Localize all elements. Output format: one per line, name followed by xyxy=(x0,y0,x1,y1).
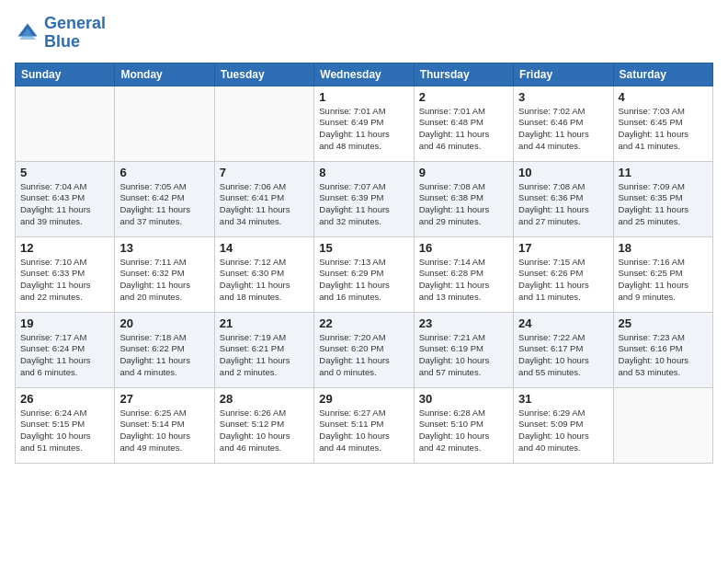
day-number: 15 xyxy=(319,241,408,255)
calendar-cell: 12Sunrise: 7:10 AM Sunset: 6:33 PM Dayli… xyxy=(16,236,115,312)
day-info: Sunrise: 7:20 AM Sunset: 6:20 PM Dayligh… xyxy=(319,332,408,379)
day-number: 9 xyxy=(419,166,508,179)
calendar-cell: 8Sunrise: 7:07 AM Sunset: 6:39 PM Daylig… xyxy=(314,161,414,236)
day-number: 30 xyxy=(419,392,508,406)
day-number: 26 xyxy=(20,392,109,406)
calendar-cell xyxy=(214,86,313,161)
day-number: 28 xyxy=(220,392,309,406)
day-number: 12 xyxy=(20,241,109,255)
day-number: 24 xyxy=(518,316,608,330)
day-info: Sunrise: 7:21 AM Sunset: 6:19 PM Dayligh… xyxy=(419,332,508,379)
calendar-cell: 31Sunrise: 6:29 AM Sunset: 5:09 PM Dayli… xyxy=(514,387,613,463)
day-info: Sunrise: 7:12 AM Sunset: 6:30 PM Dayligh… xyxy=(220,257,309,304)
calendar-cell: 22Sunrise: 7:20 AM Sunset: 6:20 PM Dayli… xyxy=(314,312,414,387)
day-info: Sunrise: 7:07 AM Sunset: 6:39 PM Dayligh… xyxy=(319,181,408,228)
weekday-header-sunday: Sunday xyxy=(16,63,115,86)
weekday-header-monday: Monday xyxy=(115,63,214,86)
day-number: 5 xyxy=(20,166,109,179)
calendar-cell: 23Sunrise: 7:21 AM Sunset: 6:19 PM Dayli… xyxy=(414,312,513,387)
day-number: 31 xyxy=(518,392,608,406)
day-info: Sunrise: 7:01 AM Sunset: 6:49 PM Dayligh… xyxy=(319,106,408,153)
day-info: Sunrise: 7:08 AM Sunset: 6:38 PM Dayligh… xyxy=(419,181,508,228)
day-number: 27 xyxy=(119,392,209,406)
calendar-cell: 17Sunrise: 7:15 AM Sunset: 6:26 PM Dayli… xyxy=(514,236,613,312)
day-number: 11 xyxy=(619,166,708,179)
day-number: 1 xyxy=(319,90,408,104)
page-header: General Blue xyxy=(15,15,713,52)
day-info: Sunrise: 7:22 AM Sunset: 6:17 PM Dayligh… xyxy=(518,332,608,379)
logo-icon xyxy=(15,20,40,46)
day-info: Sunrise: 6:25 AM Sunset: 5:14 PM Dayligh… xyxy=(119,408,209,454)
day-info: Sunrise: 7:13 AM Sunset: 6:29 PM Dayligh… xyxy=(319,257,408,304)
calendar-cell: 10Sunrise: 7:08 AM Sunset: 6:36 PM Dayli… xyxy=(514,161,613,236)
calendar-cell: 30Sunrise: 6:28 AM Sunset: 5:10 PM Dayli… xyxy=(414,387,513,463)
day-number: 18 xyxy=(619,241,708,255)
day-number: 4 xyxy=(619,90,708,104)
day-info: Sunrise: 7:09 AM Sunset: 6:35 PM Dayligh… xyxy=(619,181,708,228)
day-info: Sunrise: 7:08 AM Sunset: 6:36 PM Dayligh… xyxy=(518,181,608,228)
calendar-cell: 24Sunrise: 7:22 AM Sunset: 6:17 PM Dayli… xyxy=(514,312,613,387)
day-info: Sunrise: 6:24 AM Sunset: 5:15 PM Dayligh… xyxy=(20,408,109,454)
calendar-cell: 16Sunrise: 7:14 AM Sunset: 6:28 PM Dayli… xyxy=(414,236,513,312)
day-info: Sunrise: 7:19 AM Sunset: 6:21 PM Dayligh… xyxy=(220,332,309,379)
day-number: 14 xyxy=(220,241,309,255)
logo: General Blue xyxy=(15,15,106,52)
day-number: 10 xyxy=(518,166,608,179)
calendar-cell: 9Sunrise: 7:08 AM Sunset: 6:38 PM Daylig… xyxy=(414,161,513,236)
calendar-cell: 20Sunrise: 7:18 AM Sunset: 6:22 PM Dayli… xyxy=(115,312,214,387)
weekday-header-friday: Friday xyxy=(514,63,613,86)
day-info: Sunrise: 6:29 AM Sunset: 5:09 PM Dayligh… xyxy=(518,408,608,454)
day-number: 16 xyxy=(419,241,508,255)
day-info: Sunrise: 7:04 AM Sunset: 6:43 PM Dayligh… xyxy=(20,181,109,228)
weekday-header-thursday: Thursday xyxy=(414,63,513,86)
day-info: Sunrise: 7:06 AM Sunset: 6:41 PM Dayligh… xyxy=(220,181,309,228)
calendar-cell xyxy=(16,86,115,161)
day-number: 6 xyxy=(119,166,209,179)
calendar-cell xyxy=(613,387,712,463)
calendar-cell: 7Sunrise: 7:06 AM Sunset: 6:41 PM Daylig… xyxy=(214,161,313,236)
weekday-header-saturday: Saturday xyxy=(613,63,712,86)
day-info: Sunrise: 7:17 AM Sunset: 6:24 PM Dayligh… xyxy=(20,332,109,379)
calendar-cell: 19Sunrise: 7:17 AM Sunset: 6:24 PM Dayli… xyxy=(16,312,115,387)
day-info: Sunrise: 7:01 AM Sunset: 6:48 PM Dayligh… xyxy=(419,106,508,153)
weekday-header-tuesday: Tuesday xyxy=(214,63,313,86)
day-info: Sunrise: 7:18 AM Sunset: 6:22 PM Dayligh… xyxy=(119,332,209,379)
calendar-cell: 18Sunrise: 7:16 AM Sunset: 6:25 PM Dayli… xyxy=(613,236,712,312)
day-info: Sunrise: 6:28 AM Sunset: 5:10 PM Dayligh… xyxy=(419,408,508,454)
day-info: Sunrise: 7:02 AM Sunset: 6:46 PM Dayligh… xyxy=(518,106,608,153)
day-number: 29 xyxy=(319,392,408,406)
logo-general: General xyxy=(44,14,106,32)
calendar-cell xyxy=(115,86,214,161)
calendar-cell: 25Sunrise: 7:23 AM Sunset: 6:16 PM Dayli… xyxy=(613,312,712,387)
day-number: 21 xyxy=(220,316,309,330)
day-number: 7 xyxy=(220,166,309,179)
calendar-table: SundayMondayTuesdayWednesdayThursdayFrid… xyxy=(15,63,713,464)
day-number: 23 xyxy=(419,316,508,330)
day-number: 20 xyxy=(119,316,209,330)
calendar-cell: 2Sunrise: 7:01 AM Sunset: 6:48 PM Daylig… xyxy=(414,86,513,161)
day-info: Sunrise: 7:16 AM Sunset: 6:25 PM Dayligh… xyxy=(619,257,708,304)
day-info: Sunrise: 7:03 AM Sunset: 6:45 PM Dayligh… xyxy=(619,106,708,153)
calendar-cell: 11Sunrise: 7:09 AM Sunset: 6:35 PM Dayli… xyxy=(613,161,712,236)
day-info: Sunrise: 7:10 AM Sunset: 6:33 PM Dayligh… xyxy=(20,257,109,304)
day-info: Sunrise: 7:05 AM Sunset: 6:42 PM Dayligh… xyxy=(119,181,209,228)
calendar-cell: 13Sunrise: 7:11 AM Sunset: 6:32 PM Dayli… xyxy=(115,236,214,312)
day-info: Sunrise: 7:11 AM Sunset: 6:32 PM Dayligh… xyxy=(119,257,209,304)
day-info: Sunrise: 7:14 AM Sunset: 6:28 PM Dayligh… xyxy=(419,257,508,304)
day-number: 19 xyxy=(20,316,109,330)
calendar-cell: 21Sunrise: 7:19 AM Sunset: 6:21 PM Dayli… xyxy=(214,312,313,387)
weekday-header-wednesday: Wednesday xyxy=(314,63,414,86)
day-info: Sunrise: 7:15 AM Sunset: 6:26 PM Dayligh… xyxy=(518,257,608,304)
calendar-cell: 29Sunrise: 6:27 AM Sunset: 5:11 PM Dayli… xyxy=(314,387,414,463)
day-number: 8 xyxy=(319,166,408,179)
day-info: Sunrise: 7:23 AM Sunset: 6:16 PM Dayligh… xyxy=(619,332,708,379)
day-number: 25 xyxy=(619,316,708,330)
calendar-cell: 6Sunrise: 7:05 AM Sunset: 6:42 PM Daylig… xyxy=(115,161,214,236)
calendar-cell: 27Sunrise: 6:25 AM Sunset: 5:14 PM Dayli… xyxy=(115,387,214,463)
logo-blue: Blue xyxy=(44,32,80,51)
day-number: 3 xyxy=(518,90,608,104)
calendar-cell: 26Sunrise: 6:24 AM Sunset: 5:15 PM Dayli… xyxy=(16,387,115,463)
day-number: 22 xyxy=(319,316,408,330)
calendar-cell: 1Sunrise: 7:01 AM Sunset: 6:49 PM Daylig… xyxy=(314,86,414,161)
calendar-cell: 4Sunrise: 7:03 AM Sunset: 6:45 PM Daylig… xyxy=(613,86,712,161)
